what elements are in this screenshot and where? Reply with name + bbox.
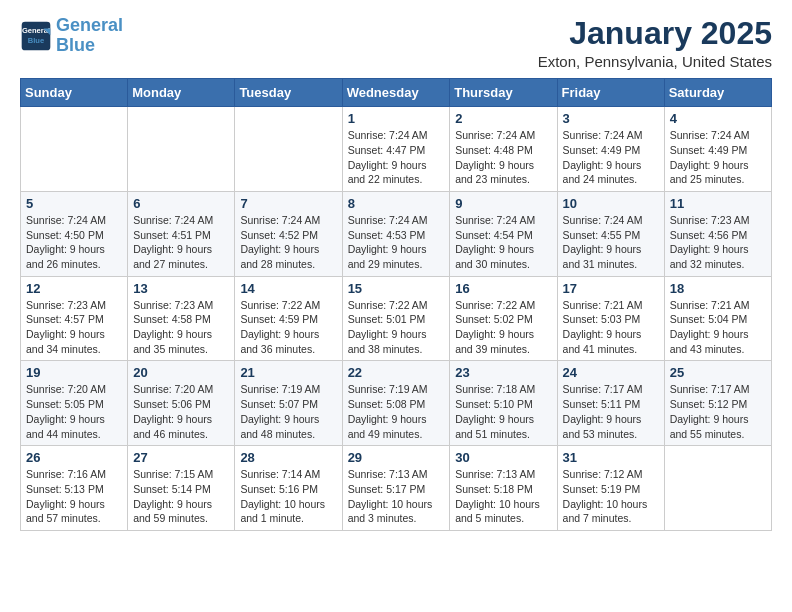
header-tuesday: Tuesday xyxy=(235,79,342,107)
day-number: 28 xyxy=(240,450,336,465)
day-number: 27 xyxy=(133,450,229,465)
table-row: 8Sunrise: 7:24 AMSunset: 4:53 PMDaylight… xyxy=(342,191,450,276)
location-title: Exton, Pennsylvania, United States xyxy=(538,53,772,70)
table-row xyxy=(21,107,128,192)
table-row: 7Sunrise: 7:24 AMSunset: 4:52 PMDaylight… xyxy=(235,191,342,276)
day-number: 8 xyxy=(348,196,445,211)
header-saturday: Saturday xyxy=(664,79,771,107)
table-row: 12Sunrise: 7:23 AMSunset: 4:57 PMDayligh… xyxy=(21,276,128,361)
header-monday: Monday xyxy=(128,79,235,107)
day-number: 21 xyxy=(240,365,336,380)
day-info: Sunrise: 7:24 AMSunset: 4:55 PMDaylight:… xyxy=(563,213,659,272)
table-row: 22Sunrise: 7:19 AMSunset: 5:08 PMDayligh… xyxy=(342,361,450,446)
day-info: Sunrise: 7:24 AMSunset: 4:54 PMDaylight:… xyxy=(455,213,551,272)
day-info: Sunrise: 7:24 AMSunset: 4:51 PMDaylight:… xyxy=(133,213,229,272)
day-info: Sunrise: 7:22 AMSunset: 5:01 PMDaylight:… xyxy=(348,298,445,357)
day-info: Sunrise: 7:20 AMSunset: 5:05 PMDaylight:… xyxy=(26,382,122,441)
table-row: 24Sunrise: 7:17 AMSunset: 5:11 PMDayligh… xyxy=(557,361,664,446)
table-row: 9Sunrise: 7:24 AMSunset: 4:54 PMDaylight… xyxy=(450,191,557,276)
day-number: 14 xyxy=(240,281,336,296)
day-info: Sunrise: 7:19 AMSunset: 5:07 PMDaylight:… xyxy=(240,382,336,441)
day-info: Sunrise: 7:21 AMSunset: 5:03 PMDaylight:… xyxy=(563,298,659,357)
day-info: Sunrise: 7:22 AMSunset: 5:02 PMDaylight:… xyxy=(455,298,551,357)
day-number: 5 xyxy=(26,196,122,211)
calendar-week-3: 12Sunrise: 7:23 AMSunset: 4:57 PMDayligh… xyxy=(21,276,772,361)
day-info: Sunrise: 7:17 AMSunset: 5:11 PMDaylight:… xyxy=(563,382,659,441)
header-thursday: Thursday xyxy=(450,79,557,107)
table-row: 3Sunrise: 7:24 AMSunset: 4:49 PMDaylight… xyxy=(557,107,664,192)
table-row: 6Sunrise: 7:24 AMSunset: 4:51 PMDaylight… xyxy=(128,191,235,276)
header-sunday: Sunday xyxy=(21,79,128,107)
table-row: 26Sunrise: 7:16 AMSunset: 5:13 PMDayligh… xyxy=(21,446,128,531)
day-number: 26 xyxy=(26,450,122,465)
day-number: 29 xyxy=(348,450,445,465)
day-info: Sunrise: 7:22 AMSunset: 4:59 PMDaylight:… xyxy=(240,298,336,357)
day-info: Sunrise: 7:23 AMSunset: 4:57 PMDaylight:… xyxy=(26,298,122,357)
table-row: 21Sunrise: 7:19 AMSunset: 5:07 PMDayligh… xyxy=(235,361,342,446)
day-number: 31 xyxy=(563,450,659,465)
day-number: 4 xyxy=(670,111,766,126)
page: General Blue General Blue January 2025 E… xyxy=(0,0,792,612)
day-number: 3 xyxy=(563,111,659,126)
table-row: 31Sunrise: 7:12 AMSunset: 5:19 PMDayligh… xyxy=(557,446,664,531)
day-number: 12 xyxy=(26,281,122,296)
calendar-week-4: 19Sunrise: 7:20 AMSunset: 5:05 PMDayligh… xyxy=(21,361,772,446)
day-number: 18 xyxy=(670,281,766,296)
table-row: 10Sunrise: 7:24 AMSunset: 4:55 PMDayligh… xyxy=(557,191,664,276)
header-friday: Friday xyxy=(557,79,664,107)
logo-line2: Blue xyxy=(56,35,95,55)
table-row: 20Sunrise: 7:20 AMSunset: 5:06 PMDayligh… xyxy=(128,361,235,446)
day-info: Sunrise: 7:14 AMSunset: 5:16 PMDaylight:… xyxy=(240,467,336,526)
day-info: Sunrise: 7:15 AMSunset: 5:14 PMDaylight:… xyxy=(133,467,229,526)
table-row: 19Sunrise: 7:20 AMSunset: 5:05 PMDayligh… xyxy=(21,361,128,446)
day-number: 6 xyxy=(133,196,229,211)
day-number: 30 xyxy=(455,450,551,465)
day-number: 13 xyxy=(133,281,229,296)
day-info: Sunrise: 7:21 AMSunset: 5:04 PMDaylight:… xyxy=(670,298,766,357)
day-info: Sunrise: 7:24 AMSunset: 4:53 PMDaylight:… xyxy=(348,213,445,272)
day-info: Sunrise: 7:20 AMSunset: 5:06 PMDaylight:… xyxy=(133,382,229,441)
table-row: 18Sunrise: 7:21 AMSunset: 5:04 PMDayligh… xyxy=(664,276,771,361)
day-info: Sunrise: 7:24 AMSunset: 4:47 PMDaylight:… xyxy=(348,128,445,187)
day-number: 9 xyxy=(455,196,551,211)
logo-line1: General xyxy=(56,15,123,35)
day-number: 19 xyxy=(26,365,122,380)
table-row: 2Sunrise: 7:24 AMSunset: 4:48 PMDaylight… xyxy=(450,107,557,192)
calendar-week-1: 1Sunrise: 7:24 AMSunset: 4:47 PMDaylight… xyxy=(21,107,772,192)
table-row: 16Sunrise: 7:22 AMSunset: 5:02 PMDayligh… xyxy=(450,276,557,361)
day-info: Sunrise: 7:23 AMSunset: 4:56 PMDaylight:… xyxy=(670,213,766,272)
table-row: 11Sunrise: 7:23 AMSunset: 4:56 PMDayligh… xyxy=(664,191,771,276)
calendar-week-2: 5Sunrise: 7:24 AMSunset: 4:50 PMDaylight… xyxy=(21,191,772,276)
day-number: 23 xyxy=(455,365,551,380)
day-info: Sunrise: 7:16 AMSunset: 5:13 PMDaylight:… xyxy=(26,467,122,526)
day-number: 7 xyxy=(240,196,336,211)
day-number: 20 xyxy=(133,365,229,380)
logo: General Blue General Blue xyxy=(20,16,123,56)
svg-text:General: General xyxy=(22,26,50,35)
day-number: 16 xyxy=(455,281,551,296)
header: General Blue General Blue January 2025 E… xyxy=(20,16,772,70)
day-info: Sunrise: 7:24 AMSunset: 4:52 PMDaylight:… xyxy=(240,213,336,272)
table-row: 5Sunrise: 7:24 AMSunset: 4:50 PMDaylight… xyxy=(21,191,128,276)
day-info: Sunrise: 7:24 AMSunset: 4:49 PMDaylight:… xyxy=(670,128,766,187)
day-number: 17 xyxy=(563,281,659,296)
day-info: Sunrise: 7:24 AMSunset: 4:48 PMDaylight:… xyxy=(455,128,551,187)
table-row: 15Sunrise: 7:22 AMSunset: 5:01 PMDayligh… xyxy=(342,276,450,361)
day-info: Sunrise: 7:18 AMSunset: 5:10 PMDaylight:… xyxy=(455,382,551,441)
logo-icon: General Blue xyxy=(20,20,52,52)
table-row: 4Sunrise: 7:24 AMSunset: 4:49 PMDaylight… xyxy=(664,107,771,192)
day-info: Sunrise: 7:19 AMSunset: 5:08 PMDaylight:… xyxy=(348,382,445,441)
svg-text:Blue: Blue xyxy=(28,36,44,45)
table-row xyxy=(235,107,342,192)
table-row xyxy=(664,446,771,531)
calendar-header-row: Sunday Monday Tuesday Wednesday Thursday… xyxy=(21,79,772,107)
table-row: 27Sunrise: 7:15 AMSunset: 5:14 PMDayligh… xyxy=(128,446,235,531)
table-row xyxy=(128,107,235,192)
calendar: Sunday Monday Tuesday Wednesday Thursday… xyxy=(20,78,772,531)
header-wednesday: Wednesday xyxy=(342,79,450,107)
day-info: Sunrise: 7:24 AMSunset: 4:49 PMDaylight:… xyxy=(563,128,659,187)
title-block: January 2025 Exton, Pennsylvania, United… xyxy=(538,16,772,70)
table-row: 23Sunrise: 7:18 AMSunset: 5:10 PMDayligh… xyxy=(450,361,557,446)
logo-text: General Blue xyxy=(56,16,123,56)
day-info: Sunrise: 7:17 AMSunset: 5:12 PMDaylight:… xyxy=(670,382,766,441)
